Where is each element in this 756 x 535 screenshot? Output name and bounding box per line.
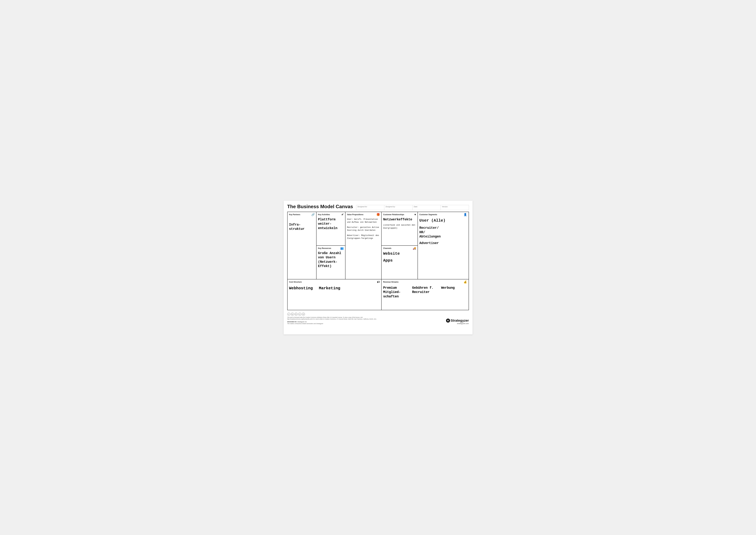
revenue-text-2: Gebühren f. Recruiter: [412, 286, 438, 299]
key-partners-icon: 🔗: [311, 213, 315, 216]
by-icon: by: [291, 313, 294, 316]
header-meta: Designed for: Designed by: Date: Version…: [356, 205, 469, 210]
revenue-streams-cell: Revenue Streams 💰 Premium Mitglied- scha…: [382, 279, 469, 310]
customer-segments-icon: 👤: [464, 213, 467, 216]
key-resources-label: Key Resources 👥: [318, 247, 344, 250]
customer-segments-content: User (Alle) Recruiter/ HR/ Abteilungen A…: [419, 216, 467, 278]
customer-segments-cell: Customer Segments 👤 User (Alle) Recruite…: [418, 212, 469, 279]
key-activities-icon: ✔: [341, 213, 344, 216]
value-recruiter-text: Recruiter: gezieltes Active Sourcing dur…: [347, 226, 380, 232]
designed-by-label: DESIGNED BY:: [287, 321, 297, 323]
channels-text-2: Apps: [383, 258, 416, 263]
activities-resources-wrapper: Key Activities ✔ Plattform weiter- entwi…: [316, 212, 345, 279]
cost-structure-content: Webhosting Marketing: [289, 286, 380, 291]
segments-text-3: Advertiser: [419, 241, 467, 245]
canvas-top-row: Key Partners 🔗 Infra- struktur Key Activ…: [287, 212, 469, 279]
version-field: Version:: [441, 205, 469, 210]
key-activities-content: Plattform weiter- entwickeln: [318, 217, 344, 231]
value-propositions-icon: 🎁: [376, 213, 380, 216]
designed-by: Designed by:: [384, 205, 413, 210]
customer-relationships-cell: Customer Relationships ♥ Netzwerkeffekte…: [382, 212, 418, 246]
brand-name: ⚙ Strategyzer: [446, 319, 469, 323]
nc-icon: nc: [298, 313, 301, 316]
footer-right: ⚙ Strategyzer strategyzer.com: [446, 319, 469, 324]
key-partners-label: Key Partners 🔗: [289, 213, 315, 216]
revenue-streams-content: Premium Mitglied- schaften Gebühren f. R…: [383, 286, 467, 299]
key-resources-cell: Key Resources 👥 Große Anzahl von Usern (…: [316, 246, 345, 279]
customer-relationships-icon: ♥: [414, 213, 416, 216]
key-partners-text: Infra- struktur: [289, 223, 315, 231]
business-model-canvas: Key Partners 🔗 Infra- struktur Key Activ…: [287, 212, 469, 310]
cc-icon: cc: [287, 313, 290, 316]
canvas-bottom-row: Cost Structure 🏷 Webhosting Marketing Re…: [287, 279, 469, 310]
channels-label: Channels 🚚: [383, 247, 416, 250]
revenue-streams-icon: 💰: [464, 281, 467, 283]
footer-license-text: This work is licensed under the Creative…: [287, 317, 379, 320]
customer-relationships-content: Netzwerkeffekte (innerhalb und zwischen …: [383, 217, 416, 230]
relationships-main-text: Netzwerkeffekte: [383, 217, 416, 222]
revenue-streams-label: Revenue Streams 💰: [383, 281, 467, 283]
value-propositions-content: User: berufl. Präsentation und Aufbau vo…: [347, 216, 380, 278]
cost-text-2: Marketing: [319, 286, 340, 291]
channels-content: Website Apps: [383, 251, 416, 264]
sa-icon: SA: [295, 313, 298, 316]
page: The Business Model Canvas Designed for: …: [284, 201, 472, 334]
version-label: Version:: [442, 206, 448, 208]
cost-structure-icon: 🏷: [377, 281, 380, 283]
key-activities-cell: Key Activities ✔ Plattform weiter- entwi…: [316, 212, 345, 246]
segments-text-2: Recruiter/ HR/ Abteilungen: [419, 226, 467, 239]
key-partners-cell: Key Partners 🔗 Infra- struktur: [287, 212, 316, 279]
page-title: The Business Model Canvas: [287, 204, 353, 210]
key-activities-text: Plattform weiter- entwickeln: [318, 217, 344, 231]
relationships-sub-text: (innerhalb und zwischen den Usergruppen): [383, 224, 416, 230]
brand-website: strategyzer.com: [446, 323, 469, 324]
footer-designed-by: DESIGNED BY: Strategyzer AG: [287, 321, 379, 323]
customer-segments-label: Customer Segments 👤: [419, 213, 467, 216]
key-resources-text: Große Anzahl von Usern (Netzwerk- Effekt…: [318, 251, 344, 268]
date-label: Date:: [414, 206, 418, 208]
key-resources-icon: 👥: [340, 247, 344, 250]
footer-license-icons: cc by SA nc nd: [287, 313, 379, 316]
designed-by-label: Designed by:: [386, 206, 395, 208]
key-partners-content: Infra- struktur: [289, 216, 315, 278]
footer: cc by SA nc nd This work is licensed und…: [287, 312, 469, 324]
header: The Business Model Canvas Designed for: …: [287, 204, 469, 210]
value-advertiser-text: Advertiser: Möglichkeit des Zielgruppen-…: [347, 234, 380, 240]
nd-icon: nd: [302, 313, 305, 316]
relationships-channels-wrapper: Customer Relationships ♥ Netzwerkeffekte…: [382, 212, 418, 279]
designed-for: Designed for:: [356, 205, 385, 210]
cost-structure-cell: Cost Structure 🏷 Webhosting Marketing: [287, 279, 382, 310]
value-propositions-cell: Value Propositions 🎁 User: berufl. Präse…: [345, 212, 382, 279]
revenue-text-1: Premium Mitglied- schaften: [383, 286, 409, 299]
value-propositions-label: Value Propositions 🎁: [347, 213, 380, 216]
channels-text-1: Website: [383, 251, 416, 256]
brand-icon: ⚙: [446, 319, 450, 323]
cost-text-1: Webhosting: [289, 286, 313, 291]
footer-tagline: The makers of Business Model Generation …: [287, 323, 379, 324]
key-activities-label: Key Activities ✔: [318, 213, 344, 216]
revenue-text-3: Werbung: [441, 286, 467, 299]
footer-left: cc by SA nc nd This work is licensed und…: [287, 313, 379, 324]
date-field: Date:: [413, 205, 441, 210]
key-resources-content: Große Anzahl von Usern (Netzwerk- Effekt…: [318, 251, 344, 268]
value-user-text: User: berufl. Präsentation und Aufbau vo…: [347, 218, 380, 224]
channels-cell: Channels 🚚 Website Apps: [382, 246, 418, 279]
cost-structure-label: Cost Structure 🏷: [289, 281, 380, 283]
segments-text-1: User (Alle): [419, 218, 467, 223]
customer-relationships-label: Customer Relationships ♥: [383, 213, 416, 216]
designed-for-label: Designed for:: [358, 206, 367, 208]
designed-by-value: Strategyzer AG: [297, 321, 307, 323]
channels-icon: 🚚: [413, 247, 416, 250]
